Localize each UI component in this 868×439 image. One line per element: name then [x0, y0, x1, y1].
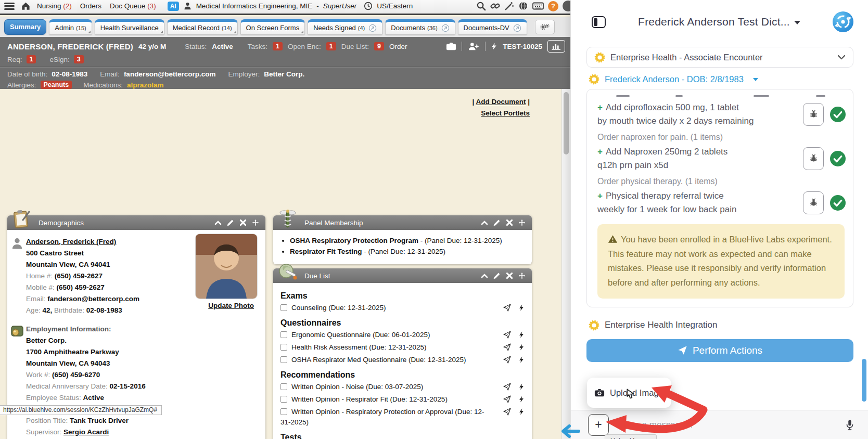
collapse-icon[interactable] — [214, 219, 222, 226]
quick-action-icon[interactable] — [518, 356, 525, 364]
link-icon[interactable] — [490, 1, 500, 11]
sidebar-toggle-icon[interactable] — [592, 16, 606, 28]
tab-on-screen-forms[interactable]: On Screen Forms — [240, 19, 305, 35]
open-external-icon[interactable] — [513, 24, 521, 32]
quick-action-icon[interactable] — [518, 331, 525, 339]
tab-health-surveillance[interactable]: Health Surveillance — [95, 19, 164, 35]
send-order-icon[interactable] — [503, 383, 511, 391]
edit-icon[interactable] — [227, 219, 234, 226]
eh-scrollbar[interactable] — [561, 89, 570, 439]
send-order-icon[interactable] — [503, 408, 511, 416]
send-order-icon[interactable] — [503, 395, 511, 403]
edit-icon[interactable] — [493, 272, 501, 279]
patient-employer: Better Corp. — [264, 70, 304, 78]
select-portlets-link[interactable]: Select Portlets — [481, 109, 530, 117]
attach-button[interactable]: + — [588, 414, 609, 436]
order-link[interactable]: Order — [389, 43, 407, 50]
tab-medical-record[interactable]: Medical Record(14) — [167, 19, 238, 35]
chevron-down-icon[interactable] — [794, 21, 800, 24]
perform-actions-button[interactable]: Perform Actions — [586, 339, 853, 362]
send-order-icon[interactable] — [503, 304, 511, 312]
collapse-icon[interactable] — [481, 272, 488, 279]
session-title[interactable]: Frederick Anderson Test Dict... — [606, 16, 833, 28]
checkbox[interactable] — [280, 331, 287, 338]
tab-summary[interactable]: Summary — [4, 19, 46, 35]
send-order-icon[interactable] — [503, 331, 511, 339]
supervisor-link[interactable]: Sergio Acardi — [63, 428, 109, 436]
move-icon[interactable] — [518, 272, 526, 279]
due-list-badge[interactable]: 9 — [374, 42, 384, 50]
plus-icon: + — [597, 102, 603, 112]
nav-orders[interactable]: Orders — [80, 2, 101, 10]
lightning-icon[interactable] — [491, 42, 497, 51]
medication-value[interactable]: alprazolam — [127, 81, 164, 89]
add-document-link[interactable]: Add Document — [476, 98, 526, 106]
checkbox[interactable] — [280, 344, 287, 351]
debug-button[interactable] — [803, 147, 824, 170]
move-icon[interactable] — [518, 219, 526, 226]
tab-documents-dv[interactable]: Documents-DV — [458, 19, 527, 35]
actions-card: +Add ciprofloxacin 500 mg, 1 tabletby mo… — [586, 89, 853, 307]
send-order-icon[interactable] — [503, 343, 511, 351]
nav-doc-queue[interactable]: Doc Queue (3) — [110, 2, 156, 10]
add-person-icon[interactable] — [467, 42, 480, 51]
search-icon[interactable] — [476, 1, 486, 11]
close-icon[interactable] — [506, 272, 513, 279]
checkbox[interactable] — [280, 396, 287, 403]
encounter-card-label: Enterprise Health - Associate Encounter — [610, 53, 832, 62]
tab-admin[interactable]: Admin(15) — [49, 19, 92, 35]
clock-icon[interactable] — [364, 1, 373, 11]
microphone-icon[interactable] — [844, 419, 856, 431]
patient-context-link[interactable]: Frederick Anderson - DOB: 2/8/1983 — [589, 74, 853, 85]
tab-needs-signed[interactable]: Needs Signed(4) — [308, 19, 382, 35]
req-badge[interactable]: 1 — [27, 55, 36, 63]
checkbox[interactable] — [280, 356, 287, 363]
home-icon[interactable] — [21, 1, 31, 11]
debug-button[interactable] — [803, 103, 824, 126]
tab-documents[interactable]: Documents(36) — [385, 19, 455, 35]
open-enc-badge[interactable]: 1 — [326, 42, 336, 50]
patient-name-link[interactable]: Anderson, Frederick (Fred) — [26, 238, 116, 246]
tasks-badge[interactable]: 1 — [273, 42, 283, 50]
avatar[interactable] — [563, 1, 570, 11]
globe-icon[interactable] — [518, 1, 528, 11]
role-label: SuperUser — [323, 2, 357, 10]
send-order-icon[interactable] — [503, 356, 511, 364]
debug-button[interactable] — [803, 191, 824, 214]
timezone-label: US/Eastern — [377, 2, 413, 10]
chart-stats-button[interactable] — [547, 40, 565, 53]
upload-image-menu-item[interactable]: Upload Image — [587, 378, 671, 408]
action-item-naproxen: +Add Naproxen 250mg 2 tabletsq12h prn pa… — [597, 145, 846, 172]
close-icon[interactable] — [239, 219, 247, 226]
edit-icon[interactable] — [493, 219, 501, 226]
close-icon[interactable] — [506, 219, 513, 226]
quick-action-icon[interactable] — [518, 343, 525, 351]
open-external-icon[interactable] — [368, 24, 377, 32]
video-camera-icon[interactable] — [446, 42, 456, 51]
esign-badge[interactable]: 3 — [74, 55, 84, 63]
keyboard-icon[interactable] — [532, 1, 544, 11]
tab-settings-button[interactable] — [535, 20, 555, 34]
encounter-card[interactable]: Enterprise Health - Associate Encounter — [586, 47, 853, 68]
quick-action-icon[interactable] — [518, 408, 525, 416]
open-external-icon[interactable] — [441, 24, 450, 32]
clipped-row — [597, 94, 846, 98]
ai-badge[interactable]: AI — [168, 2, 179, 11]
wand-icon[interactable] — [504, 1, 514, 11]
nav-nursing[interactable]: Nursing (2) — [37, 2, 72, 10]
quick-action-icon[interactable] — [518, 395, 525, 403]
message-input[interactable] — [619, 419, 834, 431]
checkbox[interactable] — [280, 383, 287, 390]
quick-action-icon[interactable] — [518, 383, 525, 391]
eh-scrollbar-thumb[interactable] — [564, 92, 569, 154]
checkbox[interactable] — [280, 304, 287, 311]
move-icon[interactable] — [252, 219, 259, 226]
menu-icon[interactable] — [4, 3, 15, 10]
quick-action-icon[interactable] — [518, 304, 525, 312]
help-icon[interactable]: ? — [548, 1, 558, 11]
chevron-down-icon[interactable] — [837, 53, 846, 61]
checkbox[interactable] — [280, 408, 287, 415]
allergy-badge[interactable]: Peanuts — [41, 81, 72, 89]
panel-scrollbar-thumb[interactable] — [862, 359, 866, 402]
collapse-icon[interactable] — [481, 219, 488, 226]
